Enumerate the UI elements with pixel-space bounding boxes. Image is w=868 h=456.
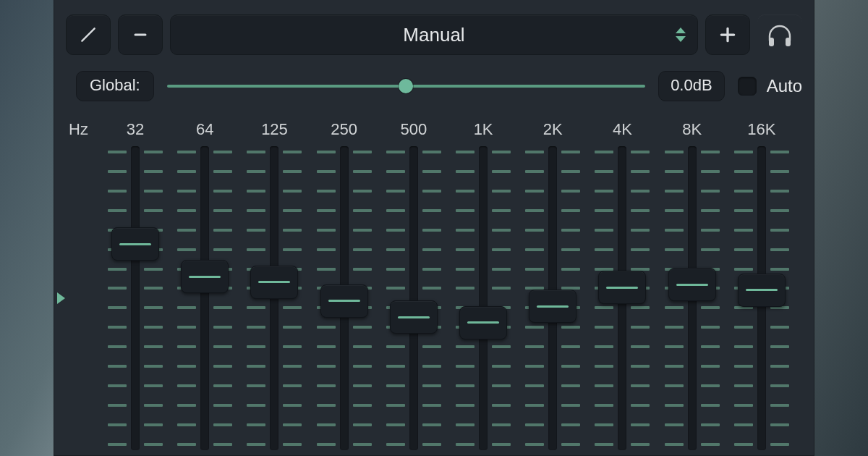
band-slider-125[interactable] [239,146,309,450]
preset-label: Manual [403,24,464,46]
band-knob[interactable] [598,271,646,304]
global-db-readout: 0.0dB [658,71,725,101]
auto-toggle[interactable]: Auto [738,76,802,96]
chevron-up-icon [676,28,686,33]
slider-thumb[interactable] [399,79,413,93]
band-label-32: 32 [101,120,170,139]
svg-rect-1 [786,38,791,46]
global-gain-row: Global: 0.0dB Auto [54,65,814,107]
frequency-header: Hz 32 64 125 250 500 1K 2K 4K 8K 16K [54,107,814,146]
band-slider-16k[interactable] [727,146,796,450]
auto-label: Auto [767,76,802,96]
band-label-500: 500 [379,120,448,139]
global-gain-slider[interactable] [167,77,645,95]
headphones-button[interactable] [757,14,802,55]
band-label-125: 125 [239,120,309,139]
headphones-icon [765,22,794,48]
band-slider-64[interactable] [170,146,239,450]
band-knob[interactable] [250,266,298,299]
preset-selector[interactable]: Manual [170,14,698,55]
stepper-arrows[interactable] [676,28,686,42]
eq-band-area [54,146,814,450]
band-label-8k: 8K [658,120,727,139]
band-slider-4k[interactable] [587,146,657,450]
edit-button[interactable] [66,14,111,55]
band-label-64: 64 [170,120,239,139]
pencil-icon [79,25,98,44]
band-knob[interactable] [459,306,507,339]
band-slider-32[interactable] [101,146,170,450]
band-knob[interactable] [181,260,229,293]
chevron-down-icon [676,36,686,42]
band-label-4k: 4K [587,120,657,139]
global-label: Global: [76,71,154,101]
band-knob[interactable] [320,284,368,318]
band-label-16k: 16K [727,120,796,139]
plus-icon [718,25,737,44]
zero-db-marker-icon [57,292,65,304]
auto-checkbox[interactable] [738,77,757,96]
add-preset-button[interactable] [705,14,750,55]
equalizer-panel: Manual Global: 0.0dB [54,0,814,456]
band-knob[interactable] [529,290,576,323]
band-knob[interactable] [111,227,159,261]
remove-preset-button[interactable] [118,14,163,55]
toolbar: Manual [54,0,814,65]
hz-label: Hz [69,120,101,139]
band-slider-8k[interactable] [658,146,727,450]
svg-rect-0 [769,38,774,46]
band-label-1k: 1K [448,120,518,139]
band-label-2k: 2K [518,120,587,139]
band-slider-2k[interactable] [518,146,587,450]
band-label-250: 250 [310,120,379,139]
band-knob[interactable] [390,300,438,334]
band-knob[interactable] [668,268,716,301]
eq-left-gutter [69,146,101,450]
band-knob[interactable] [738,274,786,307]
band-slider-500[interactable] [379,146,448,450]
minus-icon [132,26,149,43]
band-slider-1k[interactable] [448,146,518,450]
band-slider-250[interactable] [310,146,379,450]
